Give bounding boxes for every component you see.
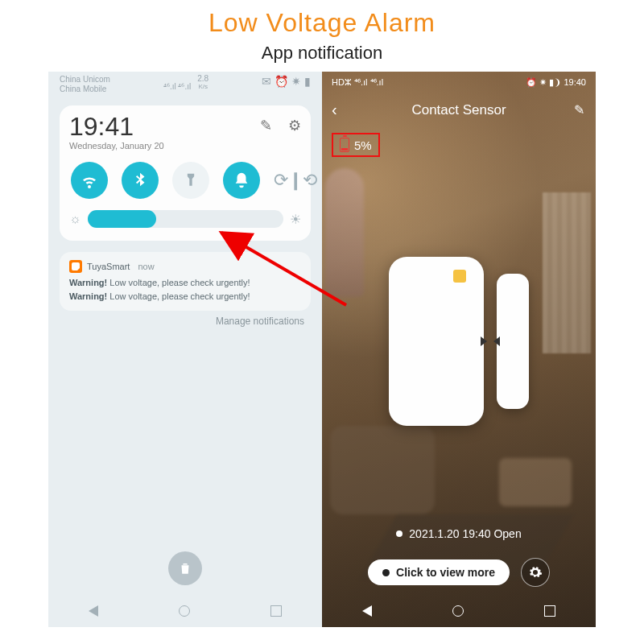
triangle-left-icon <box>493 336 500 346</box>
phone-right: HDⵣ ⁴⁶.ıl ⁴⁶.ıl ⏰ ✷ ▮❩ 19:40 ‹ Contact S… <box>322 72 596 627</box>
panel-date: Wednesday, January 20 <box>69 141 164 151</box>
clear-all-button[interactable] <box>168 551 202 585</box>
nav-home-icon[interactable] <box>179 605 190 617</box>
nav-bar-right <box>322 595 596 627</box>
notif-app-name: TuyaSmart <box>87 262 130 271</box>
edit-icon[interactable]: ✎ <box>574 102 584 118</box>
bluetooth-icon <box>131 171 149 189</box>
battery-percent: 5% <box>354 138 372 152</box>
settings-button[interactable] <box>521 558 550 587</box>
status-bar-right: HDⵣ ⁴⁶.ıl ⁴⁶.ıl ⏰ ✷ ▮❩ 19:40 <box>322 72 596 93</box>
gear-icon[interactable]: ⚙ <box>288 117 301 134</box>
sensor-magnet <box>497 274 529 409</box>
nav-recent-icon[interactable] <box>270 605 282 617</box>
flashlight-icon <box>183 172 199 188</box>
sensor-led <box>453 270 466 283</box>
nav-bar-left <box>48 595 322 627</box>
bluetooth-toggle[interactable] <box>122 162 159 199</box>
triangle-right-icon <box>481 336 487 346</box>
brightness-low-icon: ☼ <box>69 212 81 226</box>
view-more-button[interactable]: Click to view more <box>368 559 510 585</box>
brightness-slider[interactable] <box>88 210 283 228</box>
sensor-illustration <box>389 257 529 426</box>
app-header: ‹ Contact Sensor ✎ <box>322 93 596 128</box>
net-speed: 2.8 <box>197 75 208 83</box>
wifi-icon <box>80 171 99 190</box>
nav-back-icon[interactable] <box>89 605 98 617</box>
panel-time: 19:41 <box>69 114 164 139</box>
notif-line-2: Warning! Low voltage, please check urgen… <box>69 290 301 303</box>
net-speed-unit: K/s <box>197 83 208 91</box>
status-r-right: ⏰ ✷ ▮❩ 19:40 <box>526 77 586 88</box>
dot-icon <box>382 569 390 576</box>
app-icon <box>69 260 82 273</box>
carrier-block: China Unicom China Mobile <box>60 75 110 94</box>
status-right-icons: ✉ ⏰ ✷ ▮ <box>262 75 311 88</box>
manage-notifications[interactable]: Manage notifications <box>48 311 322 327</box>
app-title: Contact Sensor <box>411 102 506 118</box>
gear-icon <box>528 565 543 580</box>
carrier-2: China Mobile <box>60 85 110 94</box>
back-icon[interactable]: ‹ <box>332 101 337 119</box>
flashlight-toggle[interactable] <box>172 162 209 199</box>
edit-icon[interactable]: ✎ <box>260 117 272 134</box>
bell-icon <box>233 171 250 189</box>
event-dot-icon <box>396 530 402 537</box>
battery-indicator: 5% <box>332 133 380 157</box>
wifi-toggle[interactable] <box>71 162 108 199</box>
phones-container: China Unicom China Mobile ⁴⁶.ıl ⁴⁶.ıl 2.… <box>0 72 644 627</box>
notif-line-1: Warning! Low voltage, please check urgen… <box>69 276 301 290</box>
sound-toggle[interactable] <box>223 162 260 199</box>
nav-recent-icon[interactable] <box>544 605 555 617</box>
carrier-1: China Unicom <box>60 75 110 85</box>
brightness-high-icon: ☀ <box>290 212 301 227</box>
brightness-row: ☼ ☀ <box>69 210 301 228</box>
toggle-row: ⟳❙⟲ <box>69 162 301 199</box>
view-more-label: Click to view more <box>396 566 495 579</box>
quick-panel: 19:41 Wednesday, January 20 ✎ ⚙ <box>60 105 311 241</box>
sensor-body <box>389 257 484 426</box>
page-subtitle: App notification <box>0 43 644 64</box>
notification-card[interactable]: TuyaSmart now Warning! Low voltage, plea… <box>60 252 311 311</box>
event-text: 2021.1.20 19:40 Open <box>409 527 521 540</box>
status-r-left: HDⵣ ⁴⁶.ıl ⁴⁶.ıl <box>332 77 383 88</box>
vibrate-icon[interactable]: ⟳❙⟲ <box>274 170 299 191</box>
battery-icon <box>340 138 349 152</box>
page-title: Low Voltage Alarm <box>0 8 644 38</box>
status-bar-left: China Unicom China Mobile ⁴⁶.ıl ⁴⁶.ıl 2.… <box>48 72 322 101</box>
signal-icons: ⁴⁶.ıl ⁴⁶.ıl <box>163 82 191 91</box>
nav-home-icon[interactable] <box>452 605 464 617</box>
phone-left: China Unicom China Mobile ⁴⁶.ıl ⁴⁶.ıl 2.… <box>48 72 322 627</box>
trash-icon <box>178 561 192 576</box>
nav-back-icon[interactable] <box>362 605 372 617</box>
event-line: 2021.1.20 19:40 Open <box>322 527 596 540</box>
notif-time: now <box>138 262 154 271</box>
signal-block: ⁴⁶.ıl ⁴⁶.ıl 2.8 K/s <box>163 75 208 91</box>
